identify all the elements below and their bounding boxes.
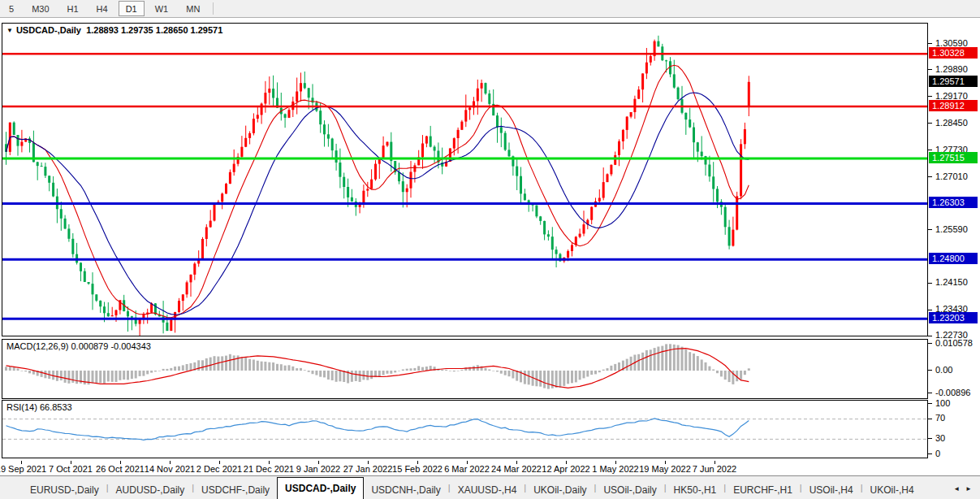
- price-level-tag: 1.24800: [929, 253, 978, 264]
- price-tick-mark: [928, 123, 932, 124]
- price-tick-mark: [928, 229, 932, 230]
- chart-title: ▼USDCAD-,Daily 1.28893 1.29735 1.28650 1…: [6, 25, 222, 35]
- collapse-icon[interactable]: ▼: [6, 27, 13, 34]
- macd-indicator-panel[interactable]: MACD(12,26,9) 0.000879 -0.004343: [2, 339, 928, 399]
- tab-usdcad-daily[interactable]: USDCAD-,Daily: [277, 477, 364, 499]
- date-label: 14 Nov 2021: [145, 464, 195, 474]
- date-label: 27 Jan 2022: [343, 464, 393, 474]
- rsi-tick-label: 70: [935, 413, 945, 423]
- price-tick-mark: [928, 150, 932, 150]
- rsi-indicator-panel[interactable]: RSI(14) 66.8533: [2, 400, 928, 458]
- price-level-tag: 1.28912: [929, 100, 978, 111]
- timeframe-button-5[interactable]: 5: [2, 1, 21, 16]
- tab-usdchf-daily[interactable]: USDCHF-,Daily: [194, 480, 277, 499]
- chart-tab-bar: EURUSD-,Daily|AUDUSD-,Daily|USDCHF-,Dail…: [0, 475, 980, 499]
- date-label: 1 May 2022: [592, 464, 638, 474]
- tab-eurchf-h1[interactable]: EURCHF-,H1: [726, 480, 800, 499]
- chart-ohlc-quote: 1.28893 1.29735 1.28650 1.29571: [86, 25, 222, 35]
- scroll-left-icon[interactable]: ◄: [953, 485, 960, 492]
- tab-usoil-h4[interactable]: USOil-,H4: [802, 480, 861, 499]
- price-level-tag: 1.26303: [929, 197, 978, 208]
- rsi-tick-mark: [928, 438, 932, 439]
- price-tick-label: 1.29890: [935, 64, 968, 74]
- tab-usoil-daily[interactable]: USOil-,Daily: [596, 480, 663, 499]
- price-chart-panel[interactable]: ▼USDCAD-,Daily 1.28893 1.29735 1.28650 1…: [2, 23, 928, 336]
- rsi-tick-label: 30: [935, 433, 945, 443]
- macd-label: MACD(12,26,9) 0.000879 -0.004343: [6, 341, 151, 351]
- timeframe-button-h1[interactable]: H1: [60, 1, 86, 16]
- macd-tick-mark: [928, 370, 932, 371]
- rsi-tick-mark: [928, 453, 932, 454]
- tab-ukoil-h4[interactable]: UKOil-,H4: [863, 480, 922, 499]
- price-level-tag: 1.29571: [929, 76, 978, 87]
- price-level-tag: 1.27515: [929, 152, 978, 163]
- date-label: 9 Jan 2022: [296, 464, 340, 474]
- date-label: 26 Oct 2021: [96, 464, 145, 474]
- rsi-label: RSI(14) 66.8533: [6, 402, 72, 412]
- tab-xauusd-h4[interactable]: XAUUSD-,H4: [451, 480, 525, 499]
- date-label: 15 Feb 2022: [392, 464, 443, 474]
- chart-symbol-label: USDCAD-,Daily: [16, 25, 81, 35]
- date-label: 7 Jun 2022: [693, 464, 736, 474]
- tab-audusd-daily[interactable]: AUDUSD-,Daily: [109, 480, 192, 499]
- timeframe-button-mn[interactable]: MN: [179, 1, 207, 16]
- price-axis[interactable]: 1.305901.298901.291701.284501.277301.270…: [929, 18, 980, 475]
- date-label: 7 Oct 2021: [49, 464, 93, 474]
- tab-eurusd-daily[interactable]: EURUSD-,Daily: [23, 480, 106, 499]
- rsi-tick-mark: [928, 419, 932, 419]
- scroll-right-icon[interactable]: ►: [965, 485, 972, 492]
- time-axis[interactable]: 19 Sep 20217 Oct 202126 Oct 202114 Nov 2…: [2, 462, 926, 475]
- macd-tick-mark: [928, 393, 932, 393]
- date-label: 12 Apr 2022: [542, 464, 589, 474]
- price-tick-mark: [928, 310, 932, 310]
- macd-tick-label: 0.00: [935, 365, 952, 375]
- rsi-tick-mark: [928, 403, 932, 404]
- timeframe-button-h4[interactable]: H4: [89, 1, 115, 16]
- timeframe-toolbar: 5M30H1H4D1W1MN: [0, 0, 980, 18]
- date-label: 2 Dec 2021: [196, 464, 242, 474]
- chart-workspace: ▼USDCAD-,Daily 1.28893 1.29735 1.28650 1…: [0, 18, 980, 475]
- price-tick-label: 1.28450: [935, 118, 968, 128]
- tab-scroll-arrows: ◄►: [953, 485, 980, 499]
- date-label: 19 May 2022: [639, 464, 691, 474]
- timeframe-button-w1[interactable]: W1: [148, 1, 176, 16]
- date-label: 6 Mar 2022: [444, 464, 490, 474]
- toolbar-separator: [213, 2, 214, 15]
- tab-usdcnh-daily[interactable]: USDCNH-,Daily: [364, 480, 447, 499]
- date-label: 24 Mar 2022: [491, 464, 542, 474]
- rsi-tick-label: 0: [935, 449, 940, 458]
- tab-hk50-h1[interactable]: HK50-,H1: [667, 480, 724, 499]
- price-level-tag: 1.30328: [929, 47, 978, 59]
- rsi-tick-label: 100: [935, 398, 950, 408]
- price-level-tag: 1.23203: [929, 312, 978, 323]
- timeframe-button-d1[interactable]: D1: [119, 1, 145, 16]
- macd-tick-mark: [928, 343, 932, 344]
- price-tick-label: 1.24150: [935, 277, 968, 287]
- price-tick-mark: [928, 283, 932, 284]
- date-label: 21 Dec 2021: [244, 464, 294, 474]
- tab-ukoil-daily[interactable]: UKOil-,Daily: [526, 480, 594, 499]
- price-tick-label: 1.25590: [935, 224, 968, 234]
- price-tick-mark: [928, 43, 932, 44]
- price-tick-mark: [928, 176, 932, 177]
- macd-tick-label: -0.00896: [935, 388, 970, 397]
- timeframe-button-m30[interactable]: M30: [24, 1, 56, 16]
- macd-tick-label: 0.010578: [935, 338, 973, 348]
- price-tick-mark: [928, 96, 932, 97]
- price-tick-mark: [928, 69, 932, 70]
- price-tick-label: 1.27010: [935, 171, 968, 181]
- date-label: 19 Sep 2021: [0, 464, 46, 474]
- price-tick-mark: [928, 336, 932, 336]
